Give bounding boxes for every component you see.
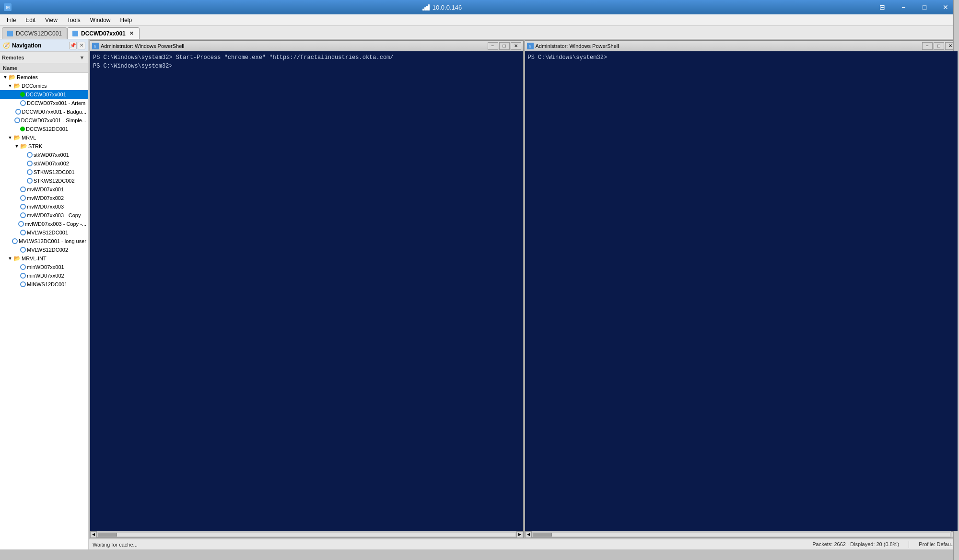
tree-item-stkws12dc001[interactable]: STKWS12DC001 [0, 168, 88, 176]
ps-title-left: ≥ Administrator: Windows PowerShell [92, 43, 184, 49]
content-area: ≥ Administrator: Windows PowerShell − □ … [89, 39, 959, 549]
dccws12dc001-label: DCCWS12DC001 [26, 126, 68, 132]
minwd07xx001-label: minWD07xx001 [27, 264, 64, 270]
tree-item-mvlwd07xx003-copy[interactable]: mvlWD07xx003 - Copy [0, 211, 88, 220]
navigation-header: 🧭 Navigation 📌 ✕ [0, 39, 88, 52]
tree-dccomics[interactable]: ▼ 📂 DCComics [0, 82, 88, 90]
tree-item-minwd07xx002[interactable]: minWD07xx002 [0, 271, 88, 280]
menu-view[interactable]: View [40, 16, 62, 24]
tree-item-minws12dc001[interactable]: MINWS12DC001 [0, 280, 88, 289]
menu-help[interactable]: Help [116, 16, 137, 24]
navigation-header-right: 📌 ✕ [69, 42, 85, 49]
expand-arrow: ▼ [2, 75, 9, 80]
status-blue-icon [18, 221, 24, 227]
tab-dccwd07xx001[interactable]: DCCWD07xx001 ✕ [67, 27, 140, 39]
tree-item-stkwd07xx001[interactable]: stkWD07xx001 [0, 151, 88, 159]
dccwd07xx001-label: DCCWD07xx001 [26, 92, 66, 97]
ps-maximize-right[interactable]: □ [934, 42, 944, 50]
status-blue-icon [27, 152, 33, 158]
status-right: Packets: 2662 · Displayed: 20 (0.8%) Pro… [812, 541, 955, 548]
remotes-label: Remotes [2, 55, 24, 60]
ps-minimize-left[interactable]: − [488, 42, 498, 50]
tree-item-mvlwd07xx002[interactable]: mvlWD07xx002 [0, 194, 88, 202]
tree-remotes-root[interactable]: ▼ 📂 Remotes [0, 73, 88, 82]
tree-item-mvlws12dc002[interactable]: MVLWS12DC002 [0, 245, 88, 254]
tab-dccws12dc001[interactable]: DCCWS12DC001 [2, 27, 67, 39]
mvlwd07xx002-label: mvlWD07xx002 [27, 195, 64, 201]
ps-container: ≥ Administrator: Windows PowerShell − □ … [89, 39, 959, 539]
tree-item-mvlwd07xx003-copy2[interactable]: mvlWD07xx003 - Copy -... [0, 220, 88, 228]
ps-title-btns-right: − □ ✕ [922, 42, 956, 50]
scroll-left-arrow-right[interactable]: ◀ [525, 531, 532, 538]
tree-item-mvlwd07xx003[interactable]: mvlWD07xx003 [0, 202, 88, 211]
remotes-root-label: Remotes [17, 74, 38, 80]
expand-arrow: ▼ [7, 83, 13, 88]
tree-item-stkwd07xx002[interactable]: stkWD07xx002 [0, 159, 88, 168]
navigation-header-left: 🧭 Navigation [3, 42, 41, 49]
sidebar-pin-button[interactable]: 📌 [69, 42, 77, 49]
ps-window-left: ≥ Administrator: Windows PowerShell − □ … [90, 40, 524, 538]
tree-item-dccwd07xx001[interactable]: DCCWD07xx001 [0, 90, 88, 99]
scroll-thumb-right[interactable] [533, 533, 552, 537]
tree-mrvl[interactable]: ▼ 📂 MRVL [0, 133, 88, 142]
menu-tools[interactable]: Tools [62, 16, 85, 24]
mvlws12dc001-long-label: MVLWS12DC001 - long user [19, 238, 86, 244]
tree-mrvl-int[interactable]: ▼ 📂 MRVL-INT [0, 254, 88, 263]
tab-bar: DCCWS12DC001 DCCWD07xx001 ✕ [0, 26, 959, 39]
scroll-right-arrow[interactable]: ▶ [516, 531, 523, 538]
ps-title-text-left: Administrator: Windows PowerShell [101, 43, 184, 49]
filter-button[interactable]: ▼ [78, 53, 86, 62]
menu-window[interactable]: Window [85, 16, 116, 24]
minimize-button[interactable]: − [894, 2, 913, 12]
ps-close-left[interactable]: ✕ [511, 42, 521, 50]
tree-item-mvlws12dc001[interactable]: MVLWS12DC001 [0, 228, 88, 237]
minwd07xx002-label: minWD07xx002 [27, 273, 64, 279]
ps-content-left[interactable]: PS C:\Windows\system32> Start-Process "c… [90, 51, 523, 531]
ps-window-right: ≥ Administrator: Windows PowerShell − □ … [525, 40, 959, 538]
status-bar: Waiting for cache... Packets: 2662 · Dis… [89, 539, 959, 549]
mvlwd07xx003-copy-label: mvlWD07xx003 - Copy [27, 212, 81, 218]
menu-edit[interactable]: Edit [21, 16, 40, 24]
ps-minimize-right[interactable]: − [922, 42, 933, 50]
tree-item-simple[interactable]: DCCWD07xx001 - Simple... [0, 116, 88, 125]
restore-button[interactable]: ⊟ [873, 2, 892, 12]
ps-title-right: ≥ Administrator: Windows PowerShell [527, 43, 619, 49]
status-blue-icon [20, 281, 26, 287]
name-column-header: Name [0, 63, 88, 73]
tree-item-artem[interactable]: DCCWD07xx001 - Artem [0, 99, 88, 107]
ps-hscrollbar-left[interactable]: ◀ ▶ [90, 531, 523, 537]
tree-item-mvlws12dc001-long[interactable]: MVLWS12DC001 - long user [0, 237, 88, 245]
title-text: 10.0.0.146 [433, 4, 462, 11]
tab-close-button[interactable]: ✕ [129, 31, 134, 36]
folder-open-icon: 📂 [9, 74, 15, 81]
tree-item-mvlwd07xx001[interactable]: mvlWD07xx001 [0, 185, 88, 194]
tree-item-stkws12dc002[interactable]: STKWS12DC002 [0, 176, 88, 185]
tree-item-badgu[interactable]: DCCWD07xx001 - Badgu... [0, 107, 88, 116]
menu-bar: File Edit View Tools Window Help [0, 14, 959, 26]
ps-maximize-left[interactable]: □ [499, 42, 510, 50]
stkwd07xx001-label: stkWD07xx001 [34, 152, 69, 158]
expand-arrow: ▼ [13, 144, 20, 149]
scroll-track-right [533, 533, 950, 537]
tree-item-dccws12dc001[interactable]: DCCWS12DC001 [0, 125, 88, 133]
maximize-button[interactable]: □ [915, 2, 934, 12]
scroll-left-arrow[interactable]: ◀ [90, 531, 97, 538]
status-green-icon [20, 92, 25, 97]
ps-titlebar-right: ≥ Administrator: Windows PowerShell − □ … [525, 41, 958, 51]
status-blue-icon [20, 264, 26, 270]
close-button[interactable]: ✕ [936, 2, 955, 12]
tree-item-minwd07xx001[interactable]: minWD07xx001 [0, 263, 88, 271]
menu-file[interactable]: File [2, 16, 21, 24]
remotes-toolbar: Remotes ▼ [0, 52, 88, 63]
mvlwd07xx003-copy2-label: mvlWD07xx003 - Copy -... [25, 221, 86, 227]
tree-strk[interactable]: ▼ 📂 STRK [0, 142, 88, 151]
sidebar: 🧭 Navigation 📌 ✕ Remotes ▼ Name ▼ 📂 [0, 39, 89, 549]
scroll-thumb[interactable] [98, 533, 117, 537]
mvlwd07xx001-label: mvlWD07xx001 [27, 187, 64, 192]
ps-line2-left: PS C:\Windows\system32> [93, 62, 520, 70]
ps-line1-right: PS C:\Windows\system32> [528, 53, 955, 62]
status-blue-icon [20, 247, 26, 253]
ps-hscrollbar-right[interactable]: ◀ ▶ [525, 531, 958, 537]
sidebar-close-button[interactable]: ✕ [78, 42, 85, 49]
ps-content-right[interactable]: PS C:\Windows\system32> [525, 51, 958, 531]
